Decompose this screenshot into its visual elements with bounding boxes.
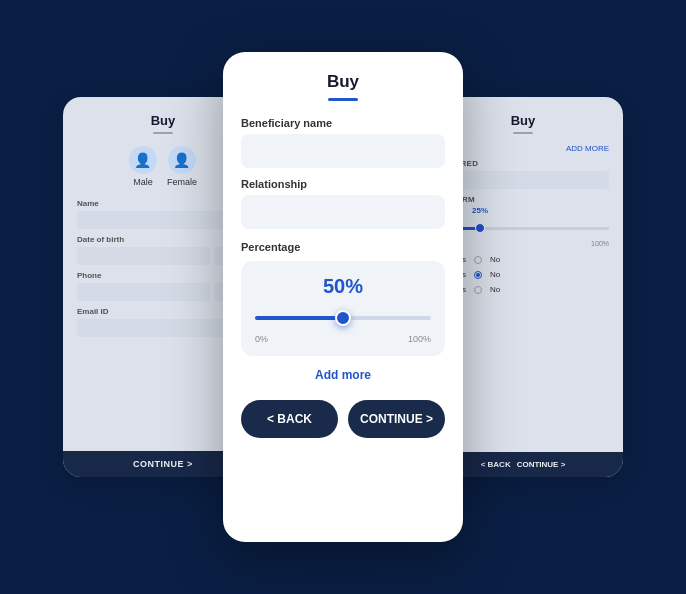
right-back-btn[interactable]: < BACK [481, 460, 511, 469]
percentage-slider-thumb[interactable] [335, 310, 351, 326]
phone-input-1[interactable] [77, 283, 210, 301]
left-continue-btn[interactable]: CONTINUE > [133, 459, 193, 469]
front-card-title-line [328, 98, 358, 101]
no-radio-3[interactable] [474, 286, 482, 294]
slider-thumb[interactable] [475, 223, 485, 233]
beneficiary-name-input[interactable] [241, 134, 445, 168]
dob-input-1[interactable] [77, 247, 210, 265]
beneficiary-name-label: Beneficiary name [241, 117, 445, 129]
add-more-button[interactable]: Add more [241, 368, 445, 382]
right-continue-btn[interactable]: CONTINUE > [517, 460, 566, 469]
no-label-2: No [490, 270, 500, 279]
no-label-3: No [490, 285, 500, 294]
percentage-slider-fill [255, 316, 343, 320]
percentage-label: Percentage [241, 241, 445, 253]
front-card-buttons: < BACK CONTINUE > [241, 400, 445, 438]
slider-min-label: 0% [255, 334, 268, 344]
back-button[interactable]: < BACK [241, 400, 338, 438]
front-card: Buy Beneficiary name Relationship Percen… [223, 52, 463, 542]
percentage-value: 50% [255, 275, 431, 298]
slider-percentage: 25% [472, 206, 488, 215]
no-label-1: No [490, 255, 500, 264]
relationship-label: Relationship [241, 178, 445, 190]
no-radio-2[interactable] [474, 271, 482, 279]
slider-max: 100% [591, 240, 609, 247]
female-avatar: 👤 [168, 146, 196, 174]
left-card-divider [153, 132, 173, 134]
no-radio-1[interactable] [474, 256, 482, 264]
right-card-divider [513, 132, 533, 134]
continue-button[interactable]: CONTINUE > [348, 400, 445, 438]
percentage-slider-labels: 0% 100% [255, 334, 431, 344]
male-option[interactable]: 👤 Male [129, 146, 157, 187]
slider-max-label: 100% [408, 334, 431, 344]
percentage-box: 50% 0% 100% [241, 261, 445, 356]
front-card-title: Buy [241, 72, 445, 92]
male-avatar: 👤 [129, 146, 157, 174]
female-label: Female [167, 177, 197, 187]
male-label: Male [133, 177, 153, 187]
percentage-slider[interactable] [255, 308, 431, 328]
relationship-input[interactable] [241, 195, 445, 229]
female-option[interactable]: 👤 Female [167, 146, 197, 187]
